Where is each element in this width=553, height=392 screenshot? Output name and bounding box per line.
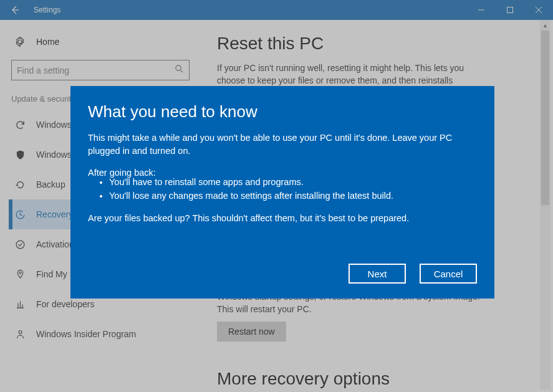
info-dialog: What you need to know This might take a … xyxy=(70,86,494,299)
dialog-paragraph: Are your files backed up? This shouldn't… xyxy=(88,212,477,225)
dialog-title: What you need to know xyxy=(88,102,477,122)
next-button[interactable]: Next xyxy=(349,264,406,284)
dialog-bullet-list: You'll have to reinstall some apps and p… xyxy=(88,176,477,203)
dialog-button-row: Next Cancel xyxy=(88,264,477,287)
cancel-button[interactable]: Cancel xyxy=(420,264,477,284)
dialog-bullet: You'll lose any changes made to settings… xyxy=(109,189,477,203)
dialog-bullet: You'll have to reinstall some apps and p… xyxy=(109,176,477,189)
dialog-paragraph: This might take a while and you won't be… xyxy=(88,131,477,158)
